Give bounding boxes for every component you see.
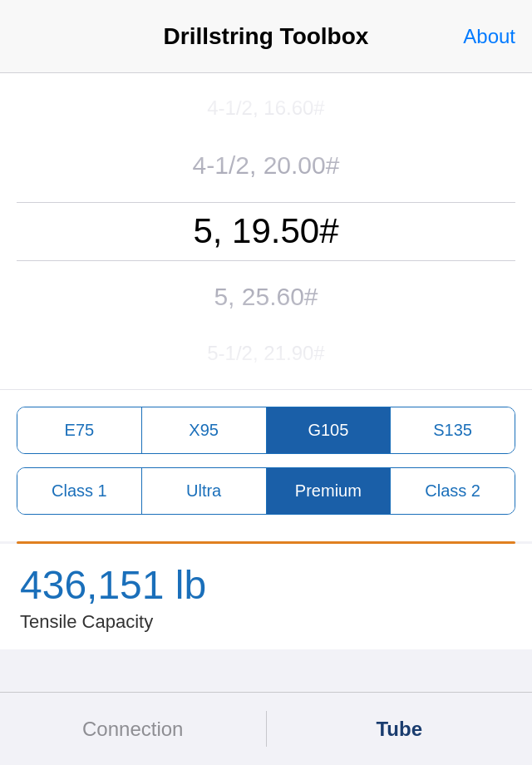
picker-item[interactable]: 5, 19.50#	[0, 195, 532, 267]
picker-item[interactable]: 4-1/2, 13.75#	[0, 73, 532, 81]
grade-option-e75[interactable]: E75	[17, 407, 142, 453]
class-option-class-2[interactable]: Class 2	[391, 468, 515, 514]
class-option-premium[interactable]: Premium	[267, 468, 392, 514]
picker-item[interactable]: 4-1/2, 16.60#	[0, 81, 532, 136]
grade-section: E75X95G105S135 Class 1UltraPremiumClass …	[0, 389, 532, 541]
picker-list: 4-1/2, 13.75#4-1/2, 16.60#4-1/2, 20.00#5…	[0, 73, 532, 389]
grade-option-x95[interactable]: X95	[142, 407, 267, 453]
picker-item[interactable]: 5-1/2, 24.70#	[0, 381, 532, 389]
grade-option-s135[interactable]: S135	[391, 407, 515, 453]
picker-selection-bottom	[17, 260, 515, 261]
tab-bar: ConnectionTube	[0, 692, 532, 765]
picker-item[interactable]: 5-1/2, 21.90#	[0, 327, 532, 381]
result-section: 436,151 lb Tensile Capacity	[0, 544, 532, 649]
tab-connection[interactable]: Connection	[0, 693, 266, 765]
picker-selection-top	[17, 202, 515, 203]
grade-option-g105[interactable]: G105	[267, 407, 392, 453]
result-value: 436,151 lb	[20, 564, 512, 608]
tab-tube[interactable]: Tube	[267, 693, 533, 765]
picker-item[interactable]: 5, 25.60#	[0, 267, 532, 327]
class-segment-control: Class 1UltraPremiumClass 2	[17, 467, 515, 515]
size-picker[interactable]: 4-1/2, 13.75#4-1/2, 16.60#4-1/2, 20.00#5…	[0, 73, 532, 389]
grade-segment-control: E75X95G105S135	[17, 407, 515, 454]
picker-item[interactable]: 4-1/2, 20.00#	[0, 136, 532, 195]
app-title: Drillstring Toolbox	[164, 23, 369, 50]
header: Drillstring Toolbox About	[0, 0, 532, 73]
class-option-ultra[interactable]: Ultra	[142, 468, 267, 514]
result-label: Tensile Capacity	[20, 611, 512, 633]
class-option-class-1[interactable]: Class 1	[17, 468, 142, 514]
about-button[interactable]: About	[463, 25, 515, 48]
